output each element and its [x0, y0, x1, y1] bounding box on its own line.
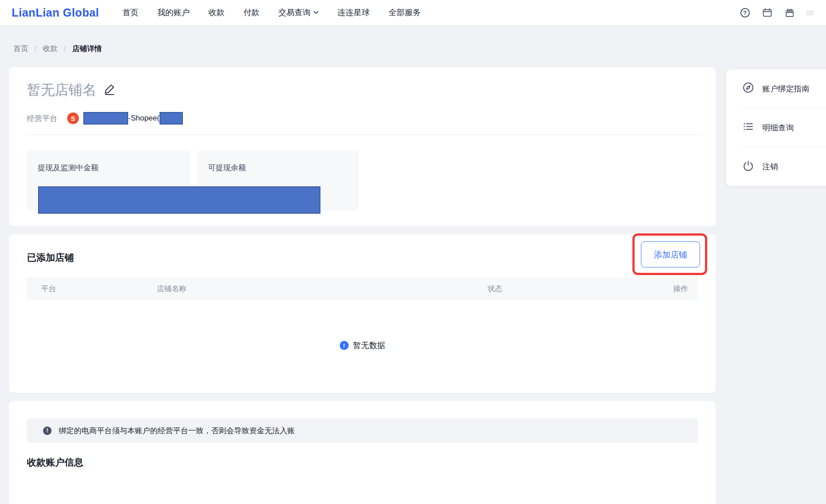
store-info-card: 暂无店铺名 经营平台 S -Shopee( 提现及监测中金额 可提现余额	[9, 67, 716, 226]
breadcrumb-separator: /	[35, 43, 37, 54]
breadcrumb-current-page: 店铺详情	[72, 43, 102, 54]
column-header-platform: 平台	[41, 277, 56, 300]
info-icon: !	[340, 341, 349, 350]
platform-row: 经营平台 S -Shopee(	[27, 112, 183, 125]
breadcrumb-receive[interactable]: 收款	[43, 43, 58, 54]
compass-icon	[742, 82, 754, 96]
panel-item-label: 明细查询	[762, 122, 794, 133]
redaction-box	[83, 112, 128, 125]
edit-pencil-icon[interactable]	[104, 83, 116, 97]
redaction-box	[160, 112, 183, 125]
avatar-placeholder[interactable]	[807, 10, 814, 16]
panel-item-label: 账户绑定指南	[762, 83, 809, 94]
breadcrumb-separator: /	[64, 43, 66, 54]
balance-label: 提现及监测中金额	[38, 163, 99, 173]
panel-item-label: 注销	[762, 161, 778, 172]
shops-table-header: 平台 店铺名称 状态 操作	[27, 277, 698, 300]
redaction-box	[38, 186, 320, 214]
top-navigation-bar: LianLian Global 首页 我的账户 收款 付款 交易查询 连连星球 …	[0, 0, 826, 26]
store-title-row: 暂无店铺名	[27, 81, 116, 99]
divider	[27, 134, 699, 135]
nav-item-my-account[interactable]: 我的账户	[157, 7, 190, 18]
store-name-title: 暂无店铺名	[27, 81, 96, 99]
lianlian-global-logo: LianLian Global	[12, 6, 99, 19]
platform-label: 经营平台	[27, 113, 57, 124]
breadcrumb: 首页 / 收款 / 店铺详情	[13, 43, 102, 54]
header-icon-group: ?	[740, 0, 814, 26]
notice-bar: ! 绑定的电商平台须与本账户的经营平台一致，否则会导致资金无法入账	[27, 418, 698, 443]
side-panel: 账户绑定指南 明细查询 注销	[726, 69, 826, 186]
receiving-account-card: ! 绑定的电商平台须与本账户的经营平台一致，否则会导致资金无法入账 收款账户信息	[9, 401, 716, 504]
balance-label: 可提现余额	[208, 163, 246, 173]
breadcrumb-home[interactable]: 首页	[13, 43, 28, 54]
empty-state-text: 暂无数据	[353, 340, 385, 351]
help-icon[interactable]: ?	[740, 8, 750, 18]
panel-item-logout[interactable]: 注销	[726, 147, 826, 186]
column-header-action: 操作	[673, 277, 688, 300]
nav-item-pay[interactable]: 付款	[243, 7, 259, 18]
add-shop-button[interactable]: 添加店铺	[641, 241, 700, 267]
calendar-icon[interactable]	[762, 8, 773, 18]
added-shops-title: 已添加店铺	[27, 251, 74, 264]
nav-item-receive[interactable]: 收款	[208, 7, 225, 18]
column-header-shop-name: 店铺名称	[157, 277, 186, 300]
nav-item-all-services[interactable]: 全部服务	[389, 7, 421, 18]
info-icon: !	[43, 426, 52, 435]
platform-text: -Shopee(	[128, 114, 160, 123]
nav-item-transaction-query[interactable]: 交易查询	[278, 7, 319, 18]
shopee-badge-icon: S	[67, 112, 79, 124]
column-header-status: 状态	[488, 277, 502, 300]
receiving-account-title: 收款账户信息	[27, 456, 83, 469]
notice-text: 绑定的电商平台须与本账户的经营平台一致，否则会导致资金无法入账	[59, 426, 295, 436]
main-nav: 首页 我的账户 收款 付款 交易查询 连连星球 全部服务	[122, 7, 421, 18]
panel-item-detail-query[interactable]: 明细查询	[726, 108, 826, 147]
nav-item-home[interactable]: 首页	[122, 7, 138, 18]
empty-state: ! 暂无数据	[9, 340, 716, 351]
added-shops-card: 已添加店铺 添加店铺 平台 店铺名称 状态 操作 ! 暂无数据	[9, 234, 716, 393]
list-icon	[742, 121, 754, 135]
chevron-down-icon	[313, 11, 319, 14]
panel-item-binding-guide[interactable]: 账户绑定指南	[726, 69, 826, 108]
nav-item-lianlian-planet[interactable]: 连连星球	[337, 7, 370, 18]
power-icon	[742, 159, 754, 174]
gift-icon[interactable]	[784, 8, 795, 18]
